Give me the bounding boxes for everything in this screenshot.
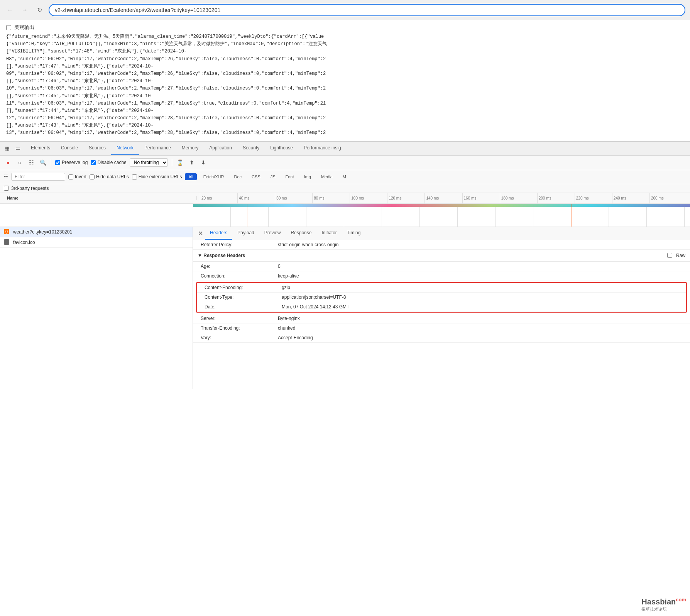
preserve-log-label[interactable]: Preserve log (55, 160, 88, 165)
filter-input[interactable] (11, 173, 65, 181)
detail-tab-initiator[interactable]: Initiator (317, 227, 341, 240)
raw-label: Raw (676, 253, 685, 258)
tick-180ms: 180 ms (500, 193, 537, 203)
filter-bar: ☷ Invert Hide data URLs Hide extension U… (0, 170, 690, 184)
hide-extension-urls-checkbox[interactable] (132, 174, 137, 179)
tick-20ms: 20 ms (200, 193, 237, 203)
header-transfer-encoding-key: Transfer-Encoding: (201, 325, 278, 331)
filter-type-m[interactable]: M (339, 173, 350, 180)
header-transfer-encoding-val: chunked (278, 325, 295, 331)
tick-240ms: 240 ms (612, 193, 649, 203)
detail-tab-timing[interactable]: Timing (342, 227, 365, 240)
filter-type-img[interactable]: Img (301, 173, 315, 180)
tab-application[interactable]: Application (204, 141, 237, 155)
header-content-encoding-key: Content-Encoding: (205, 285, 282, 290)
timeline-ticks: 20 ms 40 ms 60 ms 80 ms 100 ms 120 ms 14… (197, 193, 690, 203)
header-vary-val: Accept-Encoding (278, 335, 313, 340)
devtools-inspect-icon[interactable]: ▦ (2, 144, 12, 153)
detail-tab-payload[interactable]: Payload (233, 227, 259, 240)
download-icon-btn[interactable]: ⬇ (199, 158, 208, 167)
header-content-encoding: Content-Encoding: gzip (197, 283, 686, 293)
address-bar[interactable] (49, 4, 685, 16)
referrer-policy-val: strict-origin-when-cross-origin (278, 242, 338, 247)
header-age: Age: 0 (193, 262, 690, 271)
tick-220ms: 220 ms (575, 193, 612, 203)
throttle-select[interactable]: No throttling (130, 158, 168, 167)
header-connection-val: keep-alive (278, 273, 299, 279)
separator-1 (51, 159, 51, 166)
header-vary-key: Vary: (201, 335, 278, 340)
tick-140ms: 140 ms (424, 193, 462, 203)
forward-button[interactable]: → (19, 5, 30, 15)
upload-icon-btn[interactable]: ⬆ (188, 158, 196, 167)
filter-type-doc[interactable]: Doc (231, 173, 245, 180)
response-headers-raw-checkbox[interactable] (667, 253, 672, 258)
detail-tab-response[interactable]: Response (286, 227, 316, 240)
tick-40ms: 40 ms (237, 193, 275, 203)
tab-sources[interactable]: Sources (83, 141, 111, 155)
filter-type-fetch-xhr[interactable]: Fetch/XHR (200, 173, 228, 180)
tab-security[interactable]: Security (237, 141, 265, 155)
pretty-print-checkbox[interactable] (6, 25, 11, 30)
referrer-policy-row: Referrer Policy: strict-origin-when-cros… (193, 240, 690, 250)
header-vary: Vary: Accept-Encoding (193, 333, 690, 343)
wifi-icon-btn[interactable]: ⌛ (176, 158, 184, 167)
response-headers-header[interactable]: ▼ Response Headers Raw (193, 250, 690, 262)
filter-type-font[interactable]: Font (282, 173, 298, 180)
detail-close-button[interactable]: ✕ (196, 229, 205, 237)
tab-performance[interactable]: Performance (139, 141, 176, 155)
detail-tab-headers[interactable]: Headers (205, 227, 232, 240)
tab-memory[interactable]: Memory (176, 141, 204, 155)
tab-lighthouse[interactable]: Lighthouse (265, 141, 298, 155)
invert-checkbox[interactable] (68, 174, 73, 179)
search-button[interactable]: 🔍 (39, 158, 47, 167)
waterfall-line-2 (571, 204, 572, 227)
waterfall-grid (193, 207, 690, 227)
header-date-val: Mon, 07 Oct 2024 14:12:43 GMT (282, 304, 349, 310)
filter-type-css[interactable]: CSS (248, 173, 264, 180)
back-button[interactable]: ← (5, 5, 15, 15)
third-party-checkbox[interactable] (4, 186, 9, 191)
favicon-icon (4, 239, 10, 245)
hide-data-urls-checkbox[interactable] (90, 174, 95, 179)
header-server-val: Byte-nginx (278, 316, 300, 321)
record-button[interactable]: ● (4, 158, 12, 167)
header-age-val: 0 (278, 264, 281, 269)
header-content-type-val: application/json;charset=UTF-8 (282, 294, 346, 300)
tick-260ms: 260 ms (649, 193, 687, 203)
header-date-key: Date: (205, 304, 282, 310)
network-item-favicon[interactable]: favicon.ico (0, 237, 193, 248)
disable-cache-label[interactable]: Disable cache (91, 160, 126, 165)
tick-200ms: 200 ms (537, 193, 575, 203)
tick-160ms: 160 ms (462, 193, 500, 203)
filter-icon-btn[interactable]: ☷ (27, 158, 36, 167)
invert-label[interactable]: Invert (68, 174, 86, 179)
detail-tabs: ✕ Headers Payload Preview Response Initi… (193, 227, 690, 240)
highlighted-headers-group: Content-Encoding: gzip Content-Type: app… (196, 282, 687, 313)
network-item-weather[interactable]: {} weather?citykey=101230201 (0, 227, 193, 237)
header-transfer-encoding: Transfer-Encoding: chunked (193, 323, 690, 333)
watermark-com: com (676, 597, 686, 602)
waterfall-gradient (193, 204, 690, 207)
header-content-type-key: Content-Type: (205, 294, 282, 300)
waterfall-area (0, 204, 690, 227)
disable-cache-checkbox[interactable] (91, 160, 96, 165)
header-age-key: Age: (201, 264, 278, 269)
split-panel: {} weather?citykey=101230201 favicon.ico… (0, 227, 690, 389)
filter-type-all[interactable]: All (185, 173, 196, 180)
tab-elements[interactable]: Elements (25, 141, 56, 155)
pretty-print-label[interactable]: 美观输出 (14, 24, 34, 31)
json-content: {"future_remind":"未来40天无降温、无升温、5天降雨","al… (6, 33, 684, 137)
detail-tab-preview[interactable]: Preview (260, 227, 286, 240)
filter-type-js[interactable]: JS (267, 173, 279, 180)
hide-data-urls-label[interactable]: Hide data URLs (90, 174, 129, 179)
hide-extension-urls-label[interactable]: Hide extension URLs (132, 174, 182, 179)
reload-button[interactable]: ↻ (34, 5, 45, 15)
tab-console[interactable]: Console (56, 141, 83, 155)
preserve-log-checkbox[interactable] (55, 160, 60, 165)
clear-button[interactable]: ○ (15, 158, 24, 167)
tab-performance-insights[interactable]: Performance insig (298, 141, 347, 155)
tab-network[interactable]: Network (111, 141, 139, 155)
filter-type-media[interactable]: Media (318, 173, 336, 180)
devtools-device-icon[interactable]: ▭ (13, 144, 22, 153)
